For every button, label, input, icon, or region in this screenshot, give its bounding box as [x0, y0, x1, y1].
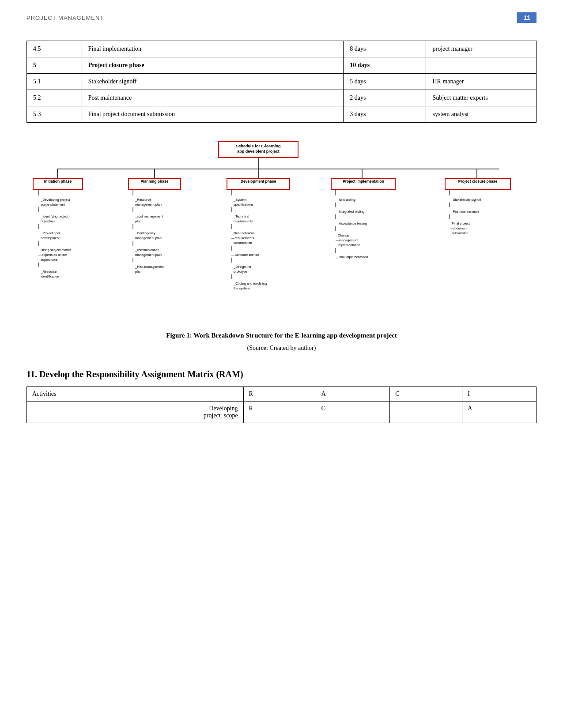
- svg-text:Project closure phase: Project closure phase: [458, 179, 498, 184]
- row-days: 3 days: [344, 106, 426, 123]
- svg-text:—Unit testing: —Unit testing: [336, 198, 355, 202]
- svg-text:Change: Change: [338, 233, 349, 237]
- svg-text:_cost management: _cost management: [135, 214, 164, 218]
- row-number: 5.3: [27, 106, 82, 123]
- svg-text:identification: identification: [41, 274, 59, 278]
- svg-text:Final project: Final project: [452, 221, 470, 225]
- svg-text:management plan: management plan: [135, 236, 162, 240]
- svg-text:Hiring subject matter: Hiring subject matter: [41, 248, 71, 252]
- table-row: 5 Project closure phase 10 days: [27, 57, 537, 74]
- page-title: PROJECT MANAGEMENT: [26, 15, 104, 21]
- row-days: 2 days: [344, 90, 426, 106]
- svg-text:Development phase: Development phase: [241, 179, 276, 184]
- ram-header-row: ActivitiesRACI: [27, 387, 537, 402]
- ram-cell-i: A: [462, 402, 537, 423]
- ram-cell-r: R: [243, 402, 316, 423]
- ram-header-cell: I: [462, 387, 537, 402]
- row-owner: HR manager: [426, 74, 537, 90]
- svg-text:Initiation phase: Initiation phase: [44, 179, 72, 184]
- svg-text:_Identifying project: _Identifying project: [40, 214, 69, 218]
- row-days: 8 days: [344, 41, 426, 57]
- svg-text:_Resource: _Resource: [40, 270, 57, 274]
- row-days: 10 days: [344, 57, 426, 74]
- ram-cell-a: C: [316, 402, 390, 423]
- svg-text:implementation: implementation: [338, 243, 360, 247]
- svg-text:specifications: specifications: [234, 203, 253, 206]
- wbs-diagram: Schedule for E-learning app develolent p…: [13, 136, 550, 321]
- svg-text:_Design the: _Design the: [233, 265, 251, 269]
- svg-text:management plan: management plan: [135, 203, 162, 206]
- ram-header-cell: A: [316, 387, 390, 402]
- svg-text:Non technical: Non technical: [234, 231, 254, 235]
- section-heading: 11. Develop the Responsibility Assignmen…: [0, 360, 563, 387]
- svg-text:app develolent project: app develolent project: [237, 149, 280, 154]
- svg-text:the system: the system: [234, 286, 249, 290]
- svg-text:—management: —management: [336, 238, 359, 242]
- ram-table: ActivitiesRACIDevelopingproject scopeRCA: [26, 387, 537, 423]
- ram-header-cell: Activities: [27, 387, 244, 402]
- row-number: 4.5: [27, 41, 82, 57]
- table-row: 5.1 Stakeholder signoff 5 days HR manage…: [27, 74, 537, 90]
- svg-text:development: development: [41, 236, 60, 240]
- svg-text:Schedule for E-learning: Schedule for E-learning: [236, 144, 280, 148]
- svg-text:Planning phase: Planning phase: [141, 179, 169, 184]
- row-days: 5 days: [344, 74, 426, 90]
- table-row: 5.3 Final project document submission 3 …: [27, 106, 537, 123]
- svg-text:—document: —document: [450, 226, 468, 230]
- ram-section: ActivitiesRACIDevelopingproject scopeRCA: [0, 387, 563, 436]
- svg-text:scope statement: scope statement: [41, 203, 65, 206]
- ram-header-cell: R: [243, 387, 316, 402]
- svg-text:—Post maintenance: —Post maintenance: [450, 210, 480, 214]
- svg-text:_Technical: _Technical: [233, 214, 249, 218]
- svg-text:plan: plan: [135, 219, 141, 223]
- svg-text:Project implementation: Project implementation: [343, 179, 384, 184]
- row-number: 5.1: [27, 74, 82, 90]
- svg-text:management plan: management plan: [135, 253, 162, 257]
- row-owner: Subject matter experts: [426, 90, 537, 106]
- svg-text:—Acceptance testing: —Acceptance testing: [336, 221, 367, 225]
- svg-text:prototype: prototype: [234, 270, 247, 274]
- row-owner: project manager: [426, 41, 537, 57]
- row-task: Project closure phase: [82, 57, 344, 74]
- svg-text:_Resource: _Resource: [135, 198, 151, 202]
- row-task: Stakeholder signoff: [82, 74, 344, 90]
- svg-text:—Software license: —Software license: [231, 253, 259, 257]
- svg-text:_Developing project: _Developing project: [40, 198, 70, 202]
- row-owner: [426, 57, 537, 74]
- ram-cell-c: [390, 402, 462, 423]
- svg-text:_Project goal: _Project goal: [40, 231, 60, 235]
- page-header: PROJECT MANAGEMENT 11: [0, 0, 563, 27]
- table-section: 4.5 Final implementation 8 days project …: [0, 27, 563, 131]
- svg-text:_Coding and modeling: _Coding and modeling: [233, 281, 267, 285]
- svg-text:—Stakeholder signoff: —Stakeholder signoff: [450, 198, 481, 202]
- svg-text:_Risk management: _Risk management: [135, 265, 164, 269]
- svg-text:identification: identification: [234, 241, 252, 245]
- svg-text:_Contingency: _Contingency: [135, 231, 155, 235]
- svg-text:—Integrated testing: —Integrated testing: [336, 210, 364, 214]
- ram-data-row: Developingproject scopeRCA: [27, 402, 537, 423]
- svg-text:supervisors: supervisors: [41, 258, 58, 262]
- table-row: 4.5 Final implementation 8 days project …: [27, 41, 537, 57]
- row-number: 5.2: [27, 90, 82, 106]
- row-number: 5: [27, 57, 82, 74]
- wbs-section: Schedule for E-learning app develolent p…: [0, 131, 563, 327]
- svg-text:_communication: _communication: [135, 248, 159, 252]
- row-task: Final implementation: [82, 41, 344, 57]
- source-text: (Source: Created by author): [0, 342, 563, 360]
- row-owner: system analyst: [426, 106, 537, 123]
- page-number: 11: [517, 12, 537, 23]
- svg-text:_System: _System: [233, 198, 246, 202]
- ram-header-cell: C: [390, 387, 462, 402]
- ram-activity: Developingproject scope: [27, 402, 244, 423]
- svg-text:—requirements: —requirements: [231, 236, 254, 240]
- svg-text:_Final implementation: _Final implementation: [335, 255, 368, 259]
- svg-text:objectives: objectives: [41, 219, 56, 223]
- main-table: 4.5 Final implementation 8 days project …: [26, 41, 537, 123]
- svg-text:submission: submission: [452, 231, 469, 235]
- svg-text:plan: plan: [135, 270, 141, 274]
- svg-text:requirements: requirements: [234, 219, 253, 223]
- table-row: 5.2 Post maintenance 2 days Subject matt…: [27, 90, 537, 106]
- row-task: Post maintenance: [82, 90, 344, 106]
- row-task: Final project document submission: [82, 106, 344, 123]
- svg-text:—experts as online: —experts as online: [38, 253, 67, 257]
